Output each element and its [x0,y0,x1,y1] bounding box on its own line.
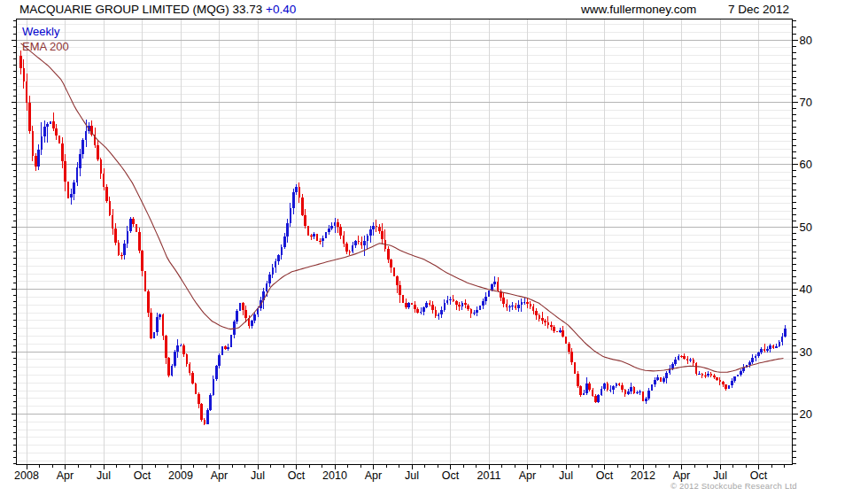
y-axis-label: 70 [800,96,812,109]
x-axis-label: Oct [288,469,306,482]
y-axis-label: 60 [800,158,812,171]
x-axis-label: Jul [251,469,265,482]
x-axis-label: Oct [442,469,460,482]
x-axis-label: 2009 [168,469,193,482]
x-axis-label: Jul [559,469,573,482]
y-axis-label: 80 [800,34,812,47]
y-axis-label: 30 [800,345,812,359]
y-axis-label: 40 [800,283,812,296]
ema-legend-label: EMA 200 [22,40,69,53]
x-axis-label: Oct [750,469,768,482]
ema-line [21,43,784,372]
x-axis-label: Apr [519,469,536,482]
x-axis-label: Jul [97,469,111,482]
x-axis-label: Jul [713,469,727,482]
copyright-text: © 2012 Stockcube Research Ltd [670,481,797,491]
y-axis-label: 50 [800,221,812,234]
y-axis-label: 20 [800,407,812,421]
x-axis-label: Oct [596,469,614,482]
x-axis-label: Oct [134,469,151,482]
x-axis-label: Jul [405,469,419,482]
instrument-title: MACQUARIE GROUP LIMITED (MQG) 33.73 [19,3,266,16]
chart-date: 7 Dec 2012 [728,3,789,16]
x-axis-label: 2012 [631,469,655,482]
watermark-link[interactable]: www.fullermoney.com [581,3,696,16]
x-axis-label: Apr [211,469,228,482]
x-axis-label: Apr [365,469,382,482]
x-axis-label: Apr [57,469,74,482]
price-change: +0.40 [266,3,296,16]
price-chart-svg: 807060504030202008AprJulOct2009AprJulOct… [0,0,868,496]
interval-label: Weekly [22,25,59,38]
x-axis-label: 2010 [322,469,347,482]
x-axis-label: Apr [673,469,690,482]
chart-window: 807060504030202008AprJulOct2009AprJulOct… [0,0,868,496]
grid [12,19,798,469]
axis-labels: 807060504030202008AprJulOct2009AprJulOct… [14,34,812,483]
page-title: MACQUARIE GROUP LIMITED (MQG) 33.73 +0.4… [19,3,296,16]
x-axis-label: 2011 [477,469,501,482]
x-axis-label: 2008 [14,469,39,482]
